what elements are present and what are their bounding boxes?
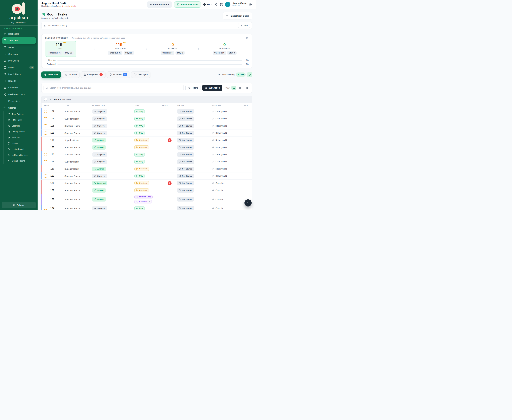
tab-sa-view[interactable]: SA View: [62, 71, 80, 78]
sidebar-item-lost-found[interactable]: Lost & Found: [2, 71, 36, 77]
stat-card-cleaned[interactable]: 0 CLEANED Checkout: 0 Stay: 0: [158, 41, 187, 57]
row-checkbox[interactable]: [44, 153, 47, 156]
task-cell: Stay: [134, 131, 162, 135]
notifications-bell-icon[interactable]: [215, 3, 218, 6]
table-row-room-114[interactable]: 114 Standard Room Stayover Stay Not Star…: [42, 151, 252, 158]
stat-card-remaining[interactable]: 115+44 REMAINING Checkout: 35 Stay: 80: [105, 41, 136, 57]
sidebar-item-dashboard-links[interactable]: Dashboard Links: [2, 91, 36, 98]
settings-subitem-time-settings[interactable]: Time Settings: [4, 111, 37, 117]
stat-label: CONFIRMED: [219, 48, 230, 50]
sidebar-item-carryover[interactable]: Carryover: [2, 51, 36, 57]
table-row-room-122[interactable]: 122 Standard Room Stayover Stay Not Star…: [42, 172, 252, 180]
tab-exceptions[interactable]: Exceptions2: [81, 71, 105, 78]
sidebar-item-task-list[interactable]: Task List: [2, 38, 36, 44]
row-checkbox[interactable]: [44, 207, 47, 210]
column-header-reservation: RESERVATION: [92, 105, 134, 106]
sliders-icon[interactable]: [246, 37, 249, 39]
stat-region-total: 115+44 TOTAL Checkout: 35 Stay: 80: [45, 41, 93, 57]
table-row-room-109[interactable]: 109 Standard Room Arrived Checkout Not S…: [42, 144, 252, 151]
settings-subitem-priority-studio[interactable]: Priority Studio: [4, 129, 37, 135]
logout-icon[interactable]: [249, 3, 252, 6]
sidebar-item-label: Settings: [8, 106, 16, 109]
sidebar-item-label: Dashboard Links: [8, 93, 25, 96]
search-input[interactable]: [44, 85, 184, 91]
floor-group-header[interactable]: Floor 1 (18 tasks): [42, 96, 252, 103]
reservation-badge-arrived: Arrived: [92, 145, 106, 150]
subitem-label: Lost & Found: [12, 148, 24, 150]
tab-floor-view[interactable]: Floor View: [41, 71, 61, 78]
table-row-room-120[interactable]: 120 Superior Room Arrived Checkout Not S…: [42, 165, 252, 172]
row-accent-bar: [42, 194, 42, 205]
clock-icon: [179, 146, 181, 148]
alert-icon: [7, 142, 10, 145]
row-checkbox[interactable]: [44, 117, 47, 120]
table-row-room-129[interactable]: 129 Standard Room Departed Checkout Not …: [42, 180, 252, 187]
status-cell: Not Started: [177, 206, 212, 210]
stat-card-total[interactable]: 115+44 TOTAL Checkout: 35 Stay: 80: [45, 41, 76, 57]
apps-grid-icon[interactable]: [220, 3, 223, 6]
sidebar-item-label: Issues: [8, 66, 15, 69]
floor-select-all-checkbox[interactable]: [44, 98, 47, 101]
settings-subitem-pms-rules[interactable]: PMS Rules: [4, 117, 37, 123]
bulk-action-button[interactable]: Bulk Action: [202, 85, 222, 91]
table-row-room-134[interactable]: 134 Standard Room Stayover Stay Not Star…: [42, 205, 252, 210]
settings-subitem-features[interactable]: Features: [4, 135, 37, 140]
refresh-button[interactable]: [247, 72, 252, 77]
sidebar-item-feedback[interactable]: Feedback: [2, 84, 36, 91]
users-icon: [65, 73, 67, 76]
tab-pms-sync[interactable]: PMS Sync: [131, 71, 150, 78]
bar-label: Confirmed: [45, 63, 56, 65]
table-row-room-105[interactable]: 105 Standard Room Stayover Stay Not Star…: [42, 122, 252, 129]
table-row-room-130[interactable]: 130 Standard Room Arrived Checkout Not S…: [42, 187, 252, 194]
grid-view-icon[interactable]: [237, 86, 242, 90]
tab-in-room[interactable]: In-Room44: [107, 71, 130, 78]
table-row-room-104[interactable]: 104 Superior Room Stayover Stay Not Star…: [42, 115, 252, 122]
row-checkbox[interactable]: [44, 160, 47, 163]
settings-subitem-issues[interactable]: Issues: [4, 140, 37, 146]
settings-subitem-lost-found[interactable]: Lost & Found: [4, 146, 37, 152]
sidebar-item-settings[interactable]: Settings: [2, 105, 36, 111]
page-title: Room Tasks: [41, 12, 69, 16]
settings-subitem-queue-rooms[interactable]: Queue Rooms: [4, 158, 37, 164]
sidebar-item-reports[interactable]: Reports: [2, 78, 36, 84]
sidebar-item-issues[interactable]: Issues20: [2, 64, 36, 71]
chat-fab-button[interactable]: [245, 199, 252, 207]
list-view-icon[interactable]: [231, 86, 236, 90]
filters-button[interactable]: Filters: [186, 85, 200, 91]
user-menu[interactable]: C Clara Hoffmann Hotel Staff: [225, 2, 247, 7]
hotel-admin-panel-button[interactable]: Hotel Admin Panel: [174, 1, 201, 8]
back-to-platform-button[interactable]: Back to Platform: [147, 1, 172, 8]
row-accent-bar: [42, 115, 42, 122]
table-row-room-116[interactable]: 116 Superior Room Stayover Stay Not Star…: [42, 158, 252, 165]
row-checkbox[interactable]: [44, 124, 47, 128]
table-row-room-108[interactable]: 108 Superior Room Arrived Checkout Not S…: [42, 136, 252, 144]
room-type: Standard Room: [63, 198, 92, 201]
settings-subitem-cleaning[interactable]: Cleaning: [4, 123, 37, 129]
table-row-room-130[interactable]: 130 Standard Room Arrived In-Room OnlyEx…: [42, 194, 252, 205]
table-row-room-102[interactable]: 102 Standard Room Stayover Stay Not Star…: [42, 108, 252, 115]
row-checkbox[interactable]: [44, 174, 47, 178]
view-settings-icon[interactable]: [245, 86, 249, 90]
chevron-down-icon[interactable]: [49, 98, 52, 101]
stat-card-confirmed[interactable]: 0 CONFIRMED Checkout: 0 Stay: 0: [210, 41, 239, 57]
import-from-opera-button[interactable]: Import from Opera: [223, 12, 252, 19]
language-selector[interactable]: EN: [203, 3, 212, 6]
collapse-sidebar-button[interactable]: Collapse: [2, 202, 36, 208]
row-checkbox[interactable]: [44, 132, 47, 135]
user-icon: [212, 139, 214, 141]
row-checkbox[interactable]: [44, 110, 47, 113]
sidebar-item-alerts[interactable]: Alerts: [2, 44, 36, 50]
sidebar-item-dashboard[interactable]: Dashboard: [2, 31, 36, 37]
reservation-badge-arrived: Arrived: [92, 138, 106, 142]
reservation-badge-stayover: Stayover: [92, 152, 107, 157]
sidebar-item-permissions[interactable]: Permissions: [2, 98, 36, 104]
row-accent-bar: [42, 187, 42, 194]
bed-icon: [136, 175, 138, 177]
table-row-room-106[interactable]: 106 Standard Room Stayover Stay Not Star…: [42, 129, 252, 136]
new-broadcast-button[interactable]: New: [238, 23, 250, 28]
stat-stay-pill: Stay: 80: [63, 51, 74, 55]
login-icon: [94, 139, 96, 141]
progress-bars: Cleaning 0%Confirmed 0%: [45, 59, 249, 65]
sidebar-item-pre-check[interactable]: Pre-Check: [2, 58, 36, 64]
settings-subitem-in-room-services[interactable]: In-Room Services: [4, 152, 37, 158]
